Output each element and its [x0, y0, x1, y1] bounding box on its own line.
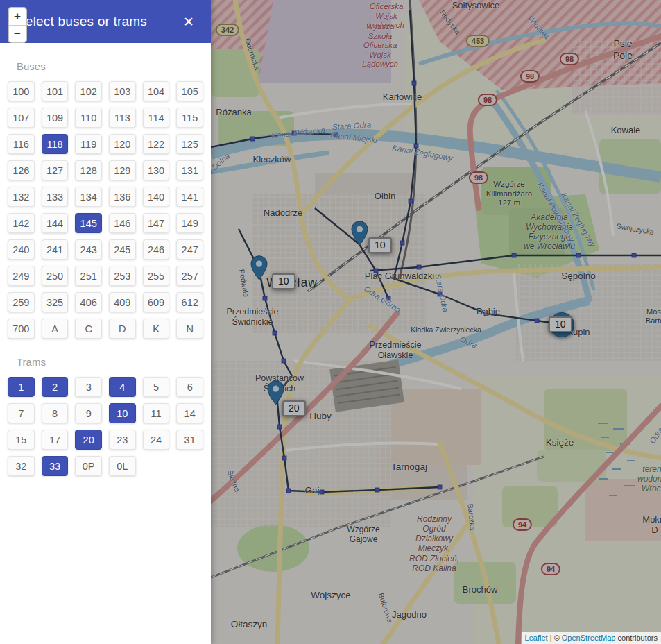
line-button-146[interactable]: 146 [109, 213, 136, 233]
line-button-33[interactable]: 33 [42, 456, 69, 476]
line-button-149[interactable]: 149 [176, 213, 203, 233]
line-button-133[interactable]: 133 [42, 187, 69, 207]
map[interactable]: SołtysowicePsie PoleOficerska Wojsk Lądo… [211, 0, 661, 644]
line-button-24[interactable]: 24 [143, 430, 170, 450]
line-button-119[interactable]: 119 [75, 134, 102, 154]
line-button-132[interactable]: 132 [8, 187, 35, 207]
line-button-104[interactable]: 104 [143, 81, 170, 101]
zoom-in-button[interactable]: + [9, 8, 26, 25]
line-button-31[interactable]: 31 [176, 430, 203, 450]
line-button-113[interactable]: 113 [109, 108, 136, 128]
line-button-A[interactable]: A [42, 319, 69, 339]
line-button-406[interactable]: 406 [75, 292, 102, 312]
line-button-8[interactable]: 8 [42, 403, 69, 423]
line-button-134[interactable]: 134 [75, 187, 102, 207]
panel-sections: Buses10010110210310410510710911011311411… [0, 60, 211, 476]
panel-header: Select buses or trams ✕ [0, 0, 211, 43]
zoom-control: + − [8, 7, 27, 43]
line-button-102[interactable]: 102 [75, 81, 102, 101]
line-button-122[interactable]: 122 [143, 134, 170, 154]
line-button-116[interactable]: 116 [8, 134, 35, 154]
line-button-126[interactable]: 126 [8, 160, 35, 180]
close-icon[interactable]: ✕ [180, 14, 197, 30]
line-button-131[interactable]: 131 [176, 160, 203, 180]
line-button-20[interactable]: 20 [75, 430, 102, 450]
line-button-115[interactable]: 115 [176, 108, 203, 128]
line-button-129[interactable]: 129 [109, 160, 136, 180]
line-button-7[interactable]: 7 [8, 403, 35, 423]
leaflet-link[interactable]: Leaflet [525, 634, 548, 642]
line-button-136[interactable]: 136 [109, 187, 136, 207]
line-button-109[interactable]: 109 [42, 108, 69, 128]
line-button-142[interactable]: 142 [8, 213, 35, 233]
line-button-2[interactable]: 2 [42, 377, 69, 397]
line-button-32[interactable]: 32 [8, 456, 35, 476]
line-button-141[interactable]: 141 [176, 187, 203, 207]
line-button-3[interactable]: 3 [75, 377, 102, 397]
line-button-609[interactable]: 609 [143, 292, 170, 312]
line-button-0P[interactable]: 0P [75, 456, 102, 476]
vehicle-label-20[interactable]: 20 [282, 400, 306, 416]
line-button-6[interactable]: 6 [176, 377, 203, 397]
line-button-612[interactable]: 612 [176, 292, 203, 312]
line-button-11[interactable]: 11 [143, 403, 170, 423]
line-button-245[interactable]: 245 [109, 239, 136, 260]
line-button-D[interactable]: D [109, 319, 136, 339]
line-button-240[interactable]: 240 [8, 239, 35, 260]
line-button-23[interactable]: 23 [109, 430, 136, 450]
vehicle-pin-10[interactable] [250, 255, 268, 280]
line-button-140[interactable]: 140 [143, 187, 170, 207]
zoom-out-button[interactable]: − [9, 25, 26, 42]
attribution-suffix: contributors [618, 634, 658, 642]
line-button-5[interactable]: 5 [143, 377, 170, 397]
line-button-145[interactable]: 145 [75, 213, 102, 233]
line-button-249[interactable]: 249 [8, 266, 35, 286]
line-button-N[interactable]: N [176, 319, 203, 339]
line-button-253[interactable]: 253 [109, 266, 136, 286]
line-button-100[interactable]: 100 [8, 81, 35, 101]
line-button-103[interactable]: 103 [109, 81, 136, 101]
line-button-147[interactable]: 147 [143, 213, 170, 233]
line-button-144[interactable]: 144 [42, 213, 69, 233]
line-button-105[interactable]: 105 [176, 81, 203, 101]
line-button-409[interactable]: 409 [109, 292, 136, 312]
line-button-250[interactable]: 250 [42, 266, 69, 286]
line-button-127[interactable]: 127 [42, 160, 69, 180]
line-button-251[interactable]: 251 [75, 266, 102, 286]
line-button-107[interactable]: 107 [8, 108, 35, 128]
line-button-128[interactable]: 128 [75, 160, 102, 180]
line-button-118[interactable]: 118 [42, 134, 69, 154]
vehicle-pin-10[interactable] [351, 221, 368, 246]
line-button-101[interactable]: 101 [42, 81, 69, 101]
line-button-4[interactable]: 4 [109, 377, 136, 397]
line-button-241[interactable]: 241 [42, 239, 69, 260]
line-button-700[interactable]: 700 [8, 319, 35, 339]
line-button-C[interactable]: C [75, 319, 102, 339]
line-button-110[interactable]: 110 [75, 108, 102, 128]
line-button-10[interactable]: 10 [109, 403, 136, 423]
line-button-257[interactable]: 257 [176, 266, 203, 286]
vehicle-label-10[interactable]: 10 [272, 273, 295, 289]
line-button-9[interactable]: 9 [75, 403, 102, 423]
line-button-17[interactable]: 17 [42, 430, 69, 450]
line-button-259[interactable]: 259 [8, 292, 35, 312]
line-button-0L[interactable]: 0L [109, 456, 136, 476]
line-button-247[interactable]: 247 [176, 239, 203, 260]
line-button-114[interactable]: 114 [143, 108, 170, 128]
line-button-15[interactable]: 15 [8, 430, 35, 450]
line-button-125[interactable]: 125 [176, 134, 203, 154]
line-button-120[interactable]: 120 [109, 134, 136, 154]
line-button-255[interactable]: 255 [143, 266, 170, 286]
line-button-243[interactable]: 243 [75, 239, 102, 260]
map-attribution: Leaflet | © OpenStreetMap contributors [522, 632, 661, 644]
vehicle-pin-20[interactable] [267, 380, 284, 405]
line-button-1[interactable]: 1 [8, 377, 35, 397]
line-button-14[interactable]: 14 [176, 403, 203, 423]
line-button-325[interactable]: 325 [42, 292, 69, 312]
openstreetmap-link[interactable]: OpenStreetMap [562, 634, 616, 642]
vehicle-label-10[interactable]: 10 [368, 237, 392, 253]
line-button-130[interactable]: 130 [143, 160, 170, 180]
line-button-246[interactable]: 246 [143, 239, 170, 260]
vehicle-label-10[interactable]: 10 [549, 316, 572, 332]
line-button-K[interactable]: K [143, 319, 170, 339]
